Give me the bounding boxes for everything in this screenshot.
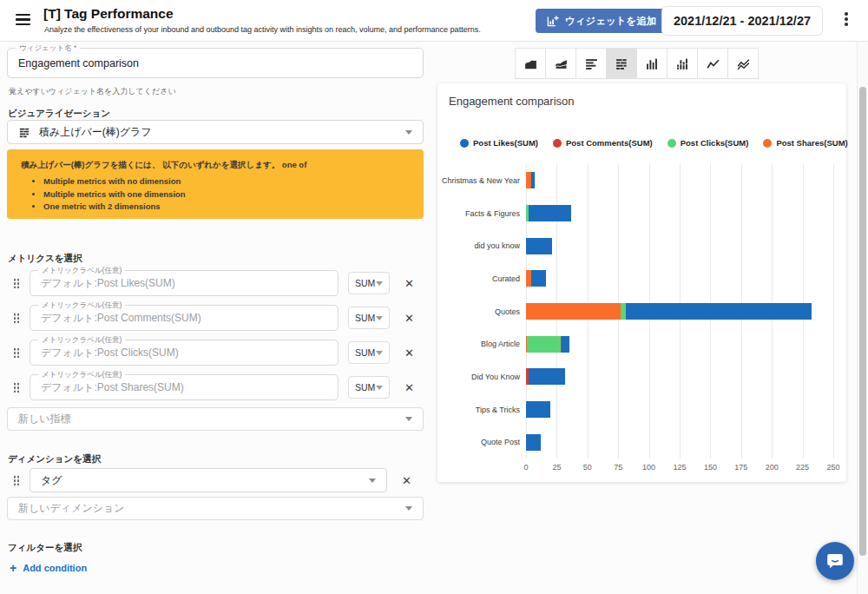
chevron-down-icon xyxy=(405,506,412,511)
chat-bubble-icon xyxy=(825,551,845,571)
stacked-column-chart-button[interactable] xyxy=(667,48,698,79)
bar-segment-post-likes-sum-[interactable] xyxy=(626,303,812,320)
vertical-scrollbar[interactable] xyxy=(857,42,868,594)
widget-name-input[interactable]: ウィジェット名 * Engagement comparison xyxy=(7,48,424,78)
metric-row: メトリックラベル(任意)デフォルト:Post Clicks(SUM)SUM✕ xyxy=(7,335,424,370)
legend-item[interactable]: Post Clicks(SUM) xyxy=(667,138,749,148)
bar-segment-post-likes-sum-[interactable] xyxy=(526,434,541,451)
column-chart-button[interactable] xyxy=(636,48,667,79)
metric-label-placeholder: デフォルト:Post Likes(SUM) xyxy=(41,276,175,291)
chevron-down-icon xyxy=(405,130,412,135)
legend-dot xyxy=(460,139,469,148)
legend-dot xyxy=(553,139,562,148)
legend-label: Post Clicks(SUM) xyxy=(681,138,749,148)
scrollbar-thumb[interactable] xyxy=(859,87,866,556)
bar-row: Curated xyxy=(437,262,846,295)
multi-line-chart-button[interactable] xyxy=(727,48,759,79)
bar-track[interactable] xyxy=(526,238,833,254)
new-metric-select[interactable]: 新しい指標 xyxy=(7,407,424,431)
chat-support-button[interactable] xyxy=(816,542,854,580)
chart-plot-area: Christmas & New YearFacts & Figuresdid y… xyxy=(437,164,846,459)
legend-label: Post Comments(SUM) xyxy=(566,138,653,148)
bar-track[interactable] xyxy=(526,434,833,451)
line-chart-button[interactable] xyxy=(697,48,728,79)
aggregation-select[interactable]: SUM xyxy=(348,341,390,364)
bar-chart-horizontal-button[interactable] xyxy=(575,48,607,79)
warning-option: Multiple metrics with one dimension xyxy=(43,189,410,199)
remove-metric-button[interactable]: ✕ xyxy=(404,277,414,290)
new-dimension-select[interactable]: 新しいディメンション xyxy=(7,497,424,520)
aggregation-value: SUM xyxy=(355,278,375,288)
legend-item[interactable]: Post Likes(SUM) xyxy=(460,138,538,148)
bar-segment-post-likes-sum-[interactable] xyxy=(531,172,535,188)
drag-handle-icon[interactable] xyxy=(13,475,20,485)
stacked-bar-chart-horizontal-button[interactable] xyxy=(606,48,637,79)
remove-metric-button[interactable]: ✕ xyxy=(404,346,414,360)
metric-label-placeholder: デフォルト:Post Clicks(SUM) xyxy=(41,346,179,360)
area-chart-button[interactable] xyxy=(515,48,546,79)
bar-row: Quote Post xyxy=(437,426,846,459)
bar-segment-post-clicks-sum-[interactable] xyxy=(527,336,560,353)
bar-track[interactable] xyxy=(526,172,833,188)
aggregation-select[interactable]: SUM xyxy=(348,307,390,329)
more-options-icon[interactable] xyxy=(840,12,852,28)
bar-segment-post-likes-sum-[interactable] xyxy=(529,205,572,221)
drag-handle-icon[interactable] xyxy=(13,347,20,358)
metric-label-floating-label: メトリックラベル(任意) xyxy=(38,370,125,380)
bar-track[interactable] xyxy=(526,368,833,385)
bar-segment-post-likes-sum-[interactable] xyxy=(526,238,552,254)
bar-segment-post-likes-sum-[interactable] xyxy=(531,270,546,287)
bar-track[interactable] xyxy=(526,270,833,287)
aggregation-select[interactable]: SUM xyxy=(348,376,390,399)
category-label: Christmas & New Year xyxy=(437,176,526,185)
bar-row: Christmas & New Year xyxy=(437,164,846,197)
metric-label-input[interactable]: メトリックラベル(任意)デフォルト:Post Likes(SUM) xyxy=(30,270,339,296)
legend-item[interactable]: Post Shares(SUM) xyxy=(763,138,847,148)
metrics-section-label: メトリクスを選択 xyxy=(8,253,82,265)
bar-segment-post-likes-sum-[interactable] xyxy=(529,368,565,385)
metric-label-input[interactable]: メトリックラベル(任意)デフォルト:Post Shares(SUM) xyxy=(30,374,339,400)
date-range-picker[interactable]: 2021/12/21 - 2021/12/27 xyxy=(661,6,823,36)
remove-metric-button[interactable]: ✕ xyxy=(404,381,414,394)
bar-segment-post-likes-sum-[interactable] xyxy=(562,336,569,353)
add-widget-label: ウィジェットを追加 xyxy=(565,15,656,28)
bar-segment-post-likes-sum-[interactable] xyxy=(526,401,550,418)
bar-segment-post-shares-sum-[interactable] xyxy=(526,303,621,320)
bar-track[interactable] xyxy=(526,205,833,221)
stacked-area-chart-button[interactable] xyxy=(545,48,576,79)
chevron-down-icon xyxy=(376,316,383,320)
add-widget-button[interactable]: ウィジェットを追加 xyxy=(536,9,667,33)
category-label: Quote Post xyxy=(437,438,526,446)
drag-handle-icon[interactable] xyxy=(13,313,20,323)
visualization-select[interactable]: 積み上げバー(棒)グラフ xyxy=(7,120,424,144)
bar-track[interactable] xyxy=(526,303,833,320)
bar-track[interactable] xyxy=(526,336,833,353)
remove-metric-button[interactable]: ✕ xyxy=(404,312,414,325)
drag-handle-icon[interactable] xyxy=(13,382,20,393)
dimension-select[interactable]: タグ xyxy=(30,468,387,492)
aggregation-select[interactable]: SUM xyxy=(348,272,390,294)
metric-label-input[interactable]: メトリックラベル(任意)デフォルト:Post Clicks(SUM) xyxy=(30,340,339,366)
remove-dimension-button[interactable]: ✕ xyxy=(402,474,411,487)
bar-track[interactable] xyxy=(526,401,833,418)
category-label: Did You Know xyxy=(437,373,526,381)
legend-item[interactable]: Post Comments(SUM) xyxy=(553,138,653,148)
bar-row: Did You Know xyxy=(437,360,846,393)
metric-label-input[interactable]: メトリックラベル(任意)デフォルト:Post Comments(SUM) xyxy=(30,305,339,331)
bar-row: did you know xyxy=(437,229,846,262)
x-tick-label: 100 xyxy=(642,463,655,472)
widget-name-value: Engagement comparison xyxy=(18,57,139,69)
header: [T] Tag Performance Analyze the effectiv… xyxy=(0,0,868,42)
metric-row: メトリックラベル(任意)デフォルト:Post Shares(SUM)SUM✕ xyxy=(7,370,424,405)
drag-handle-icon[interactable] xyxy=(13,278,20,288)
hamburger-menu-icon[interactable] xyxy=(16,14,30,28)
metric-rows: メトリックラベル(任意)デフォルト:Post Likes(SUM)SUM✕メトリ… xyxy=(7,266,424,405)
x-tick-label: 25 xyxy=(552,463,561,472)
add-condition-button[interactable]: + Add condition xyxy=(10,561,87,575)
warning-option: One metric with 2 dimensions xyxy=(43,201,410,211)
x-tick-label: 250 xyxy=(826,463,839,472)
chart-legend: Post Likes(SUM)Post Comments(SUM)Post Cl… xyxy=(460,138,848,148)
legend-dot xyxy=(763,139,772,148)
metric-row: メトリックラベル(任意)デフォルト:Post Likes(SUM)SUM✕ xyxy=(7,266,424,300)
widget-config-panel: ウィジェット名 * Engagement comparison 覚えやすいウィジ… xyxy=(7,42,424,594)
